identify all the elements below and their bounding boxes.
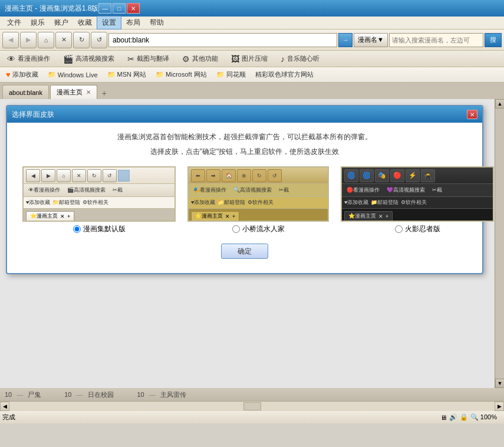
stop-button[interactable]: ✕ — [55, 32, 72, 48]
new-tab-button[interactable]: + — [98, 87, 110, 99]
maximize-button[interactable]: □ — [113, 3, 126, 14]
hscroll-track[interactable] — [9, 402, 495, 411]
separator-1: — — [17, 391, 23, 398]
dialog-body: 漫画集浏览器首创智能检测技术，超强拦截弹窗广告，可以拦截基本所有的弹窗。 选择皮… — [7, 123, 482, 273]
mini-naruto-tab-new: + — [386, 213, 388, 219]
search-type-button[interactable]: 漫画名▼ — [354, 33, 388, 47]
forward-button[interactable]: ▶ — [20, 32, 37, 48]
network-icon: 🖥 — [440, 414, 447, 421]
mini-sandy-bm-3: ⚙软件相关 — [248, 199, 274, 206]
search-button[interactable]: 搜 — [485, 33, 502, 47]
count-2: 10 — [64, 391, 71, 398]
view-manga-button[interactable]: 👁看漫画操作 — [2, 52, 55, 65]
back-button[interactable]: ◀ — [2, 32, 19, 48]
tab-bar: about:blank 漫画主页 ✕ + — [0, 83, 504, 99]
menu-file[interactable]: 文件 — [2, 17, 26, 29]
heart-icon: ♥ — [6, 70, 11, 79]
screenshot-button[interactable]: ✂截图与翻译 — [123, 52, 174, 65]
app-title: 漫画主页 - 漫画集浏览器1.8版 — [5, 4, 98, 14]
status-bar: 完成 🖥 🔊 🔒 🔍 100% — [0, 410, 504, 423]
bookmark-msn[interactable]: 📁MSN 网站 — [104, 69, 150, 81]
tab-about-blank[interactable]: about:blank — [2, 85, 49, 99]
radio-naruto[interactable] — [395, 225, 403, 233]
scroll-left-button[interactable]: ◀ — [0, 402, 9, 411]
mini-sandy-tool-3: ✂截 — [276, 185, 291, 196]
bottom-item-3: 10 — 主风雷传 — [137, 390, 186, 399]
mini-sandy-tab: ⭐漫画主页 ✕ + — [191, 211, 239, 221]
mini-sandy-home: 🏠 — [222, 169, 236, 182]
confirm-button[interactable]: 确定 — [221, 244, 268, 259]
label-naruto: 火影忍者版 — [405, 224, 440, 234]
mini-sandy-tool-2: 🔍高清视频搜索 — [231, 185, 274, 196]
menu-bar: 文件 娱乐 账户 收藏 设置 布局 帮助 — [0, 17, 504, 29]
search-area: 漫画名▼ 搜 — [354, 33, 502, 47]
image-compress-button[interactable]: 🖼图片压缩 — [226, 52, 272, 65]
separator-3: — — [149, 391, 156, 398]
hscroll-thumb[interactable] — [243, 402, 261, 410]
image-icon: 🖼 — [231, 54, 239, 64]
title-bar: 漫画主页 - 漫画集浏览器1.8版 — □ ✕ — [0, 0, 504, 17]
mini-tool-1: 👁看漫画操作 — [26, 185, 62, 196]
music-button[interactable]: ♪音乐随心听 — [276, 52, 324, 65]
menu-help[interactable]: 帮助 — [145, 17, 169, 29]
count-3: 10 — [137, 391, 144, 398]
mini-sandy-fwd: ➡ — [206, 169, 220, 182]
menu-settings[interactable]: 设置 — [97, 16, 121, 29]
radio-default[interactable] — [73, 225, 81, 233]
menu-entertainment[interactable]: 娱乐 — [26, 17, 50, 29]
mini-bm-2: 📁邮箱登陆 — [52, 199, 80, 206]
mini-url-area — [118, 170, 130, 182]
menu-layout[interactable]: 布局 — [121, 17, 145, 29]
scissors-icon: ✂ — [127, 54, 134, 64]
mini-naruto-tool-1: 🔴看漫画操作 — [344, 185, 382, 196]
tab-manga-home[interactable]: 漫画主页 ✕ — [50, 85, 97, 99]
label-1: 尸鬼 — [28, 390, 41, 399]
label-3: 主风雷传 — [160, 390, 186, 399]
minimize-button[interactable]: — — [98, 3, 111, 14]
skin-options: ◀ ▶ ⌂ ✕ ↻ ↺ 👁看漫画操作 � — [17, 166, 473, 234]
dialog-close-button[interactable]: ✕ — [467, 110, 477, 119]
scroll-right-button[interactable]: ▶ — [495, 402, 504, 411]
mini-sandy-refresh: ↻ — [252, 169, 266, 182]
radio-xiaoquio[interactable] — [232, 225, 240, 233]
folder-icon-2: 📁 — [107, 71, 116, 78]
hd-video-button[interactable]: 🎬高清视频搜索 — [58, 52, 119, 65]
address-input[interactable] — [108, 33, 337, 47]
separator-2: — — [77, 391, 83, 398]
bookmark-shuangseqiu[interactable]: 精彩双色球官方网站 — [252, 69, 317, 81]
bookmark-microsoft[interactable]: 📁Microsoft 网站 — [152, 69, 210, 81]
add-bookmark-button[interactable]: ♥添加收藏 — [2, 69, 42, 81]
menu-favorites[interactable]: 收藏 — [73, 17, 97, 29]
bottom-bar: 10 — 尸鬼 10 — 日在校园 10 — 主风雷传 — [0, 388, 504, 401]
restore-button[interactable]: ↺ — [91, 32, 107, 48]
tab-close-button[interactable]: ✕ — [86, 89, 91, 96]
mini-naruto-stop: 🔴 — [390, 169, 404, 182]
status-icons: 🖥 🔊 🔒 🔍 100% — [440, 413, 502, 421]
home-button[interactable]: ⌂ — [38, 32, 54, 48]
mini-naruto-bm-1: ♥添加收藏 — [344, 199, 368, 206]
horizontal-scrollbar[interactable]: ◀ ▶ — [0, 401, 504, 410]
speaker-icon: 🔊 — [449, 413, 457, 421]
mini-naruto-bm-2: 📁邮箱登陆 — [371, 199, 398, 206]
search-input[interactable] — [389, 33, 483, 47]
mini-sandy-bm-2: 📁邮箱登陆 — [218, 199, 245, 206]
menu-account[interactable]: 账户 — [50, 17, 73, 29]
close-button[interactable]: ✕ — [127, 3, 140, 14]
bottom-item-1: 10 — 尸鬼 — [5, 390, 41, 399]
mini-naruto-home: 🎭 — [375, 169, 389, 182]
mini-sandy-bm-1: ♥添加收藏 — [191, 199, 215, 206]
eye-icon: 👁 — [7, 54, 15, 64]
dialog-title-bar: 选择界面皮肤 ✕ — [7, 106, 482, 123]
dialog-subtitle: 选择皮肤，点击"确定"按钮，马上重启软件，使所选皮肤生效 — [17, 147, 473, 157]
count-1: 10 — [5, 391, 12, 398]
dialog-overlay: 选择界面皮肤 ✕ 漫画集浏览器首创智能检测技术，超强拦截弹窗广告，可以拦截基本所… — [0, 99, 504, 388]
refresh-button[interactable]: ↻ — [73, 32, 90, 48]
mini-restore: ↺ — [103, 169, 117, 182]
bookmark-tonghuashun[interactable]: 📁同花顺 — [213, 69, 249, 81]
video-icon: 🎬 — [63, 54, 73, 64]
bookmark-windows-live[interactable]: 📁Windows Live — [44, 69, 101, 81]
go-button[interactable]: → — [338, 33, 353, 47]
tool-bar: 👁看漫画操作 🎬高清视频搜索 ✂截图与翻译 ⚙其他功能 🖼图片压缩 ♪音乐随心听 — [0, 51, 504, 67]
other-functions-button[interactable]: ⚙其他功能 — [177, 52, 223, 65]
status-text: 完成 — [2, 413, 440, 422]
